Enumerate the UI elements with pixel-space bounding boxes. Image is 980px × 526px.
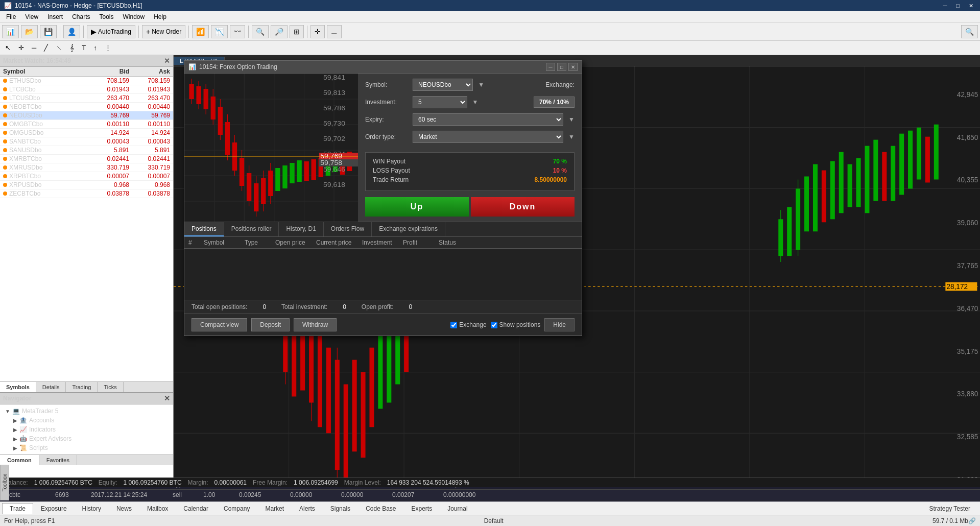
- tab-trade[interactable]: Trade: [2, 503, 33, 514]
- cursor-btn[interactable]: ↖: [2, 42, 14, 53]
- market-row[interactable]: XRPBTCbo 0.00007 0.00007: [0, 172, 173, 181]
- tab-market[interactable]: Market: [257, 503, 292, 514]
- tab-details[interactable]: Details: [36, 382, 66, 392]
- market-row[interactable]: XMRBTCbo 0.02441 0.02441: [0, 155, 173, 163]
- zoom-out-btn[interactable]: 🔎: [271, 25, 288, 38]
- tab-codebase[interactable]: Code Base: [358, 503, 403, 514]
- tab-news[interactable]: News: [109, 503, 139, 514]
- market-row[interactable]: NEOBTCbo 0.00440 0.00440: [0, 103, 173, 111]
- exchange-checkbox[interactable]: [450, 322, 457, 328]
- market-row[interactable]: LTCUSDbo 263.470 263.470: [0, 94, 173, 103]
- candle-btn[interactable]: 📉: [211, 25, 228, 38]
- new-chart-btn[interactable]: 📊: [2, 25, 19, 38]
- deposit-btn[interactable]: Deposit: [251, 318, 290, 331]
- bar-chart-btn[interactable]: 📶: [192, 25, 209, 38]
- tab-exposure[interactable]: Exposure: [33, 503, 75, 514]
- menu-help[interactable]: Help: [150, 12, 171, 21]
- menu-tools[interactable]: Tools: [95, 12, 118, 21]
- fit-btn[interactable]: ⊞: [290, 25, 304, 38]
- open-btn[interactable]: 📂: [21, 25, 38, 38]
- crosshair2-btn[interactable]: ✛: [15, 42, 27, 53]
- nav-metatrader5[interactable]: ▼ 💻 MetaTrader 5: [3, 407, 170, 416]
- toolbox-sidebar[interactable]: Toolbox: [0, 465, 9, 500]
- nav-accounts[interactable]: ▶ 🏦 Accounts: [11, 416, 170, 425]
- tab-journal[interactable]: Journal: [440, 503, 475, 514]
- crosshair-btn[interactable]: ✛: [310, 25, 325, 38]
- save-btn[interactable]: 💾: [40, 25, 57, 38]
- market-row[interactable]: OMGBTCbo 0.00110 0.00110: [0, 120, 173, 129]
- tab-signals[interactable]: Signals: [323, 503, 358, 514]
- channel-btn[interactable]: ⟍: [53, 42, 65, 53]
- strategy-tester-tab[interactable]: Strategy Tester: [922, 503, 978, 514]
- close-btn[interactable]: ✕: [966, 2, 976, 10]
- profile-btn[interactable]: 👤: [63, 25, 80, 38]
- hide-btn[interactable]: Hide: [544, 318, 575, 331]
- market-row[interactable]: OMGUSDbo 14.924 14.924: [0, 129, 173, 137]
- nav-scripts[interactable]: ▶ 📜 Scripts: [11, 443, 170, 452]
- modal-overlay: 📊 10154: Forex Option Trading ─ □ ✕: [174, 55, 980, 494]
- tab-calendar[interactable]: Calendar: [176, 503, 216, 514]
- withdraw-btn[interactable]: Withdraw: [294, 318, 337, 331]
- market-row[interactable]: LTCBCbo 0.01943 0.01943: [0, 85, 173, 94]
- trendline-btn[interactable]: ╱: [41, 42, 51, 53]
- modal-close-btn[interactable]: ✕: [568, 63, 578, 71]
- modal-tab-history-d1[interactable]: History, D1: [279, 222, 323, 236]
- svg-text:59,618: 59,618: [323, 181, 345, 188]
- nav-tab-common[interactable]: Common: [0, 455, 39, 465]
- market-row[interactable]: ETHUSDbo 708.159 708.159: [0, 77, 173, 85]
- navigator-close[interactable]: ✕: [164, 394, 170, 402]
- nav-experts[interactable]: ▶ 🤖 Expert Advisors: [11, 434, 170, 443]
- menu-file[interactable]: File: [2, 12, 20, 21]
- modal-minimize-btn[interactable]: ─: [546, 63, 555, 71]
- modal-tab-positions-roller[interactable]: Positions roller: [224, 222, 279, 236]
- restore-btn[interactable]: □: [953, 2, 962, 10]
- fib-btn[interactable]: 𝄞: [67, 42, 77, 54]
- market-row[interactable]: NEOUSDbo 59.769 59.769: [0, 111, 173, 120]
- tab-symbols[interactable]: Symbols: [0, 382, 36, 392]
- zoom-in-btn[interactable]: 🔍: [252, 25, 269, 38]
- menu-charts[interactable]: Charts: [68, 12, 94, 21]
- market-watch-close[interactable]: ✕: [164, 57, 170, 65]
- modal-restore-btn[interactable]: □: [557, 63, 566, 71]
- period-sep-btn[interactable]: ⚊: [327, 25, 342, 38]
- menu-view[interactable]: View: [21, 12, 42, 21]
- market-row[interactable]: ZECBTCbo 0.03878 0.03878: [0, 189, 173, 198]
- expiry-select[interactable]: 60 sec: [413, 113, 563, 126]
- up-button[interactable]: Up: [365, 197, 469, 217]
- market-watch-columns: Symbol Bid Ask: [0, 67, 173, 77]
- autotrading-btn[interactable]: ▶ AutoTrading: [87, 25, 135, 38]
- tab-company[interactable]: Company: [216, 503, 257, 514]
- nav-tab-favorites[interactable]: Favorites: [39, 455, 77, 465]
- text-btn[interactable]: T: [79, 42, 89, 53]
- more-btn[interactable]: ⋮: [102, 42, 114, 53]
- minimize-btn[interactable]: ─: [941, 2, 950, 10]
- show-positions-checkbox[interactable]: [491, 322, 497, 328]
- market-row[interactable]: SANBTCbo 0.00043 0.00043: [0, 137, 173, 146]
- tab-alerts[interactable]: Alerts: [292, 503, 323, 514]
- menu-insert[interactable]: Insert: [43, 12, 67, 21]
- modal-tab-positions[interactable]: Positions: [184, 222, 224, 236]
- tab-history[interactable]: History: [75, 503, 109, 514]
- tab-experts[interactable]: Experts: [404, 503, 440, 514]
- modal-tab-orders-flow[interactable]: Orders Flow: [324, 222, 372, 236]
- nav-indicators[interactable]: ▶ 📈 Indicators: [11, 425, 170, 434]
- down-button[interactable]: Down: [471, 197, 575, 217]
- compact-view-btn[interactable]: Compact view: [192, 318, 247, 331]
- menu-window[interactable]: Window: [119, 12, 149, 21]
- market-row[interactable]: XMRUSDbo 330.719 330.719: [0, 163, 173, 172]
- arrow-btn[interactable]: ↑: [90, 42, 100, 53]
- tab-mailbox[interactable]: Mailbox: [139, 503, 176, 514]
- modal-tab-exchange-expirations[interactable]: Exchange expirations: [372, 222, 445, 236]
- search-btn[interactable]: 🔍: [961, 25, 978, 38]
- market-row[interactable]: SANUSDbo 5.891 5.891: [0, 146, 173, 155]
- tab-trading[interactable]: Trading: [66, 382, 98, 392]
- investment-select[interactable]: 5: [413, 96, 467, 108]
- symbol-select[interactable]: NEOUSDbo: [413, 79, 473, 91]
- hline-btn[interactable]: ─: [29, 42, 39, 53]
- new-order-btn[interactable]: + New Order: [142, 25, 185, 38]
- line-chart-btn[interactable]: 〰: [230, 25, 245, 38]
- ordertype-select[interactable]: Market: [413, 131, 563, 143]
- status-bar: For Help, press F1 Default 59.7 / 0.1 Mb…: [0, 515, 980, 526]
- market-row[interactable]: XRPUSDbo 0.968 0.968: [0, 181, 173, 189]
- tab-ticks[interactable]: Ticks: [98, 382, 123, 392]
